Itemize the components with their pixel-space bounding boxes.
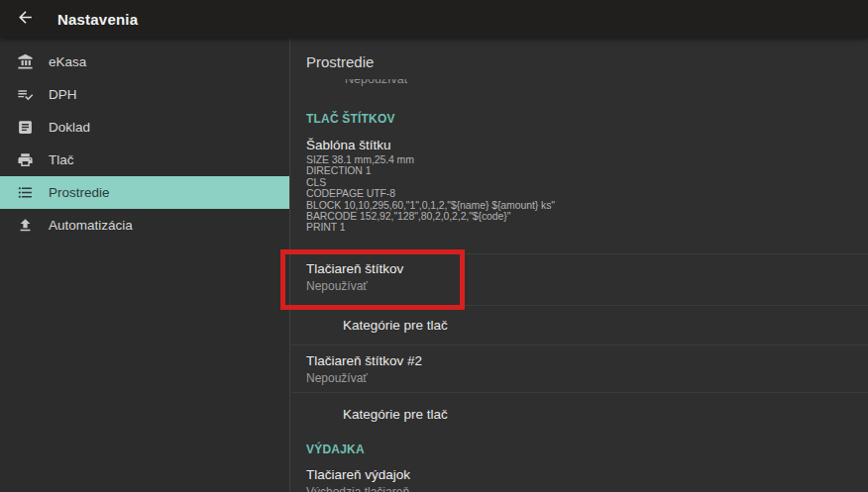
document-icon: [16, 119, 34, 137]
top-app-bar: Nastavenia: [0, 0, 868, 38]
section-header-tlac-stitkov: TLAČ ŠTÍTKOV: [306, 112, 395, 126]
sidebar-item-label: Prostredie: [49, 185, 110, 200]
sidebar-item-tlac[interactable]: Tlač: [0, 144, 289, 176]
page-title: Prostredie: [306, 53, 374, 70]
sidebar-item-label: Automatizácia: [49, 218, 133, 233]
settings-sidebar: eKasa DPH Doklad Tlač Prostredie Automat…: [0, 38, 290, 492]
back-button[interactable]: [13, 7, 37, 31]
sidebar-item-prostredie[interactable]: Prostredie: [0, 176, 289, 209]
divider: [291, 305, 868, 306]
categories-for-print-button-2[interactable]: Kategórie pre tlač: [343, 407, 448, 422]
sidebar-item-label: Tlač: [49, 152, 74, 167]
divider: [291, 392, 868, 393]
label-printer-setting[interactable]: Tlačiareň štítkov: [306, 261, 403, 277]
categories-for-print-button-1[interactable]: Kategórie pre tlač: [343, 318, 448, 333]
app-title: Nastavenia: [57, 11, 138, 28]
label-template-code: SIZE 38.1 mm,25.4 mm DIRECTION 1 CLS COD…: [306, 154, 555, 234]
upload-icon: [16, 217, 34, 235]
sidebar-item-label: eKasa: [49, 54, 86, 69]
sidebar-item-ekasa[interactable]: eKasa: [0, 46, 289, 78]
sidebar-item-doklad[interactable]: Doklad: [0, 111, 289, 144]
label-printer-value: Nepoužívať: [306, 279, 368, 293]
tax-checklist-icon: [16, 86, 34, 104]
section-header-vydajka: VÝDAJKA: [306, 443, 365, 456]
sidebar-item-automatizacia[interactable]: Automatizácia: [0, 209, 289, 242]
list-icon: [16, 184, 34, 202]
printer-icon: [16, 151, 34, 169]
label-printer-2-value: Nepoužívať: [306, 371, 368, 385]
arrow-left-icon: [16, 8, 35, 31]
clipped-scrolled-item: Nepoužívať: [345, 79, 408, 87]
label-template-setting[interactable]: Šablóna štítku: [306, 138, 391, 153]
issue-printer-setting[interactable]: Tlačiareň výdajok: [306, 467, 410, 483]
divider: [291, 253, 868, 254]
issue-printer-value: Východzia tlačiareň: [306, 485, 409, 492]
label-printer-2-setting[interactable]: Tlačiareň štítkov #2: [306, 353, 422, 369]
bank-icon: [16, 53, 34, 71]
divider: [291, 344, 868, 345]
sidebar-item-label: DPH: [49, 87, 77, 102]
sidebar-item-label: Doklad: [49, 120, 90, 135]
settings-content-pane: Prostredie Nepoužívať TLAČ ŠTÍTKOV Šabló…: [291, 38, 868, 492]
sidebar-item-dph[interactable]: DPH: [0, 78, 289, 111]
